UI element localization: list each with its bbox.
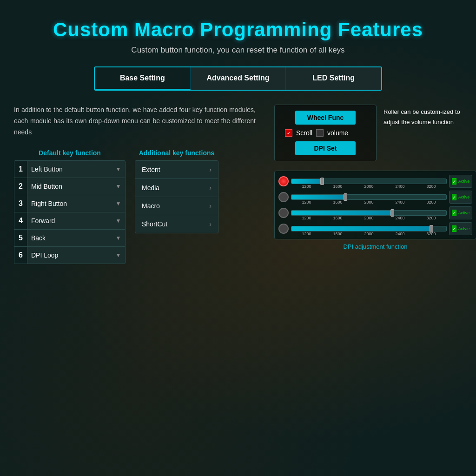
volume-checkbox[interactable] [316, 129, 324, 137]
key-row-3: 3 Right Button ▼ [14, 195, 125, 212]
additional-row-extent[interactable]: Extent › [135, 161, 218, 179]
media-arrow-icon: › [209, 184, 212, 192]
dpi-sliders-area: 12001600200024003200 ✓ Active [274, 171, 476, 239]
roller-note: Roller can be custom-ized to adjust the … [383, 105, 476, 127]
key-row-2: 2 Mid Button ▼ [14, 178, 125, 195]
default-key-section: Default key function 1 Left Button ▼ 2 [14, 149, 126, 264]
dpi-caption: DPI adjustment function [274, 243, 476, 250]
key-number-2: 2 [14, 178, 27, 195]
scroll-volume-row: ✓ Scroll volume [280, 129, 370, 137]
default-key-title: Default key function [14, 149, 126, 157]
dpi-checkbox-1[interactable]: ✓ [452, 178, 456, 185]
dpi-slider-3[interactable]: 12001600200024003200 [291, 206, 447, 219]
key-select-3[interactable]: Right Button [27, 196, 114, 212]
dpi-badge-2: ✓ Active [449, 191, 472, 204]
key-number-4: 4 [14, 212, 27, 229]
scroll-checkbox[interactable]: ✓ [285, 129, 292, 137]
content-area: In addition to the default button functi… [14, 105, 462, 264]
macro-label: Macro [142, 202, 160, 210]
key-arrow-6: ▼ [114, 252, 125, 258]
media-label: Media [142, 184, 159, 192]
dpi-row-4: 12001600200024003200 ✓ Actvie [278, 222, 472, 235]
macro-arrow-icon: › [209, 202, 212, 210]
dpi-checkbox-3[interactable]: ✓ [452, 210, 456, 216]
volume-label: volume [327, 129, 348, 137]
dpi-dot-1 [278, 176, 289, 186]
dpi-row-3: 12001600200024003200 ✓ Active [278, 206, 472, 219]
wheel-func-button[interactable]: Wheel Func [295, 111, 356, 125]
key-row-6: 6 DPI Loop ▼ [14, 247, 125, 264]
key-select-4[interactable]: Forward [27, 213, 114, 229]
tab-base-setting[interactable]: Base Setting [95, 67, 191, 90]
key-functions-area: Default key function 1 Left Button ▼ 2 [14, 149, 265, 264]
additional-row-shortcut[interactable]: ShortCut › [135, 215, 218, 233]
additional-list: Extent › Media › Macro › ShortCut [135, 160, 218, 233]
key-select-6[interactable]: DPI Loop [27, 247, 114, 263]
dpi-dot-3 [278, 208, 289, 218]
extent-label: Extent [142, 166, 160, 173]
dpi-active-label-2: Active [458, 195, 470, 199]
key-row-5: 5 Back ▼ [14, 230, 125, 247]
scroll-label: Scroll [296, 129, 312, 137]
wheel-dpi-container: Wheel Func ✓ Scroll volume DPI Set [274, 105, 377, 161]
dpi-active-label-4: Actvie [458, 226, 470, 231]
additional-row-media[interactable]: Media › [135, 179, 218, 197]
dpi-row-2: 12001600200024003200 ✓ Active [278, 191, 472, 204]
additional-key-section: Additional key functions Extent › Media … [135, 149, 218, 264]
dpi-checkbox-4[interactable]: ✓ [452, 225, 456, 232]
key-number-5: 5 [14, 230, 27, 246]
tab-advanced-setting[interactable]: Advanced Setting [191, 67, 286, 90]
dpi-active-label-1: Active [458, 179, 470, 184]
page-title: Custom Macro Programming Features [14, 19, 462, 41]
dpi-row-1: 12001600200024003200 ✓ Active [278, 175, 472, 188]
tab-led-setting[interactable]: LED Setting [286, 67, 381, 90]
shortcut-arrow-icon: › [209, 220, 212, 228]
dpi-slider-1[interactable]: 12001600200024003200 [291, 175, 447, 188]
key-select-1[interactable]: Left Button [27, 161, 114, 177]
page-subtitle: Custom button function, you can reset th… [14, 46, 462, 55]
key-arrow-5: ▼ [114, 235, 125, 241]
key-number-1: 1 [14, 161, 27, 178]
dpi-dot-2 [278, 192, 289, 202]
key-arrow-1: ▼ [114, 166, 125, 172]
left-panel: In addition to the default button functi… [14, 105, 265, 264]
key-number-3: 3 [14, 195, 27, 212]
key-select-2[interactable]: Mid Button [27, 178, 114, 194]
additional-key-title: Additional key functions [135, 149, 218, 157]
dpi-badge-4: ✓ Actvie [449, 222, 472, 235]
key-arrow-2: ▼ [114, 183, 125, 190]
key-arrow-3: ▼ [114, 200, 125, 207]
dpi-active-label-3: Active [458, 211, 470, 215]
dpi-slider-2[interactable]: 12001600200024003200 [291, 191, 447, 204]
dpi-badge-1: ✓ Active [449, 175, 472, 188]
header: Custom Macro Programming Features Custom… [14, 19, 462, 55]
additional-row-macro[interactable]: Macro › [135, 197, 218, 215]
key-list: 1 Left Button ▼ 2 Mid Button ▼ [14, 160, 126, 264]
key-select-5[interactable]: Back [27, 230, 114, 246]
key-arrow-4: ▼ [114, 218, 125, 224]
tab-bar: Base Setting Advanced Setting LED Settin… [94, 66, 382, 91]
dpi-badge-3: ✓ Active [449, 206, 472, 219]
key-row-4: 4 Forward ▼ [14, 212, 125, 230]
key-number-6: 6 [14, 247, 27, 264]
dpi-slider-4[interactable]: 12001600200024003200 [291, 222, 447, 235]
dpi-set-button[interactable]: DPI Set [295, 141, 356, 155]
right-panel: Wheel Func ✓ Scroll volume DPI Set Rolle… [274, 105, 476, 250]
shortcut-label: ShortCut [142, 220, 167, 228]
dpi-dot-4 [278, 224, 289, 234]
key-row-1: 1 Left Button ▼ [14, 161, 125, 178]
dpi-checkbox-2[interactable]: ✓ [452, 194, 456, 200]
extent-arrow-icon: › [209, 166, 212, 173]
intro-text: In addition to the default button functi… [14, 105, 256, 138]
